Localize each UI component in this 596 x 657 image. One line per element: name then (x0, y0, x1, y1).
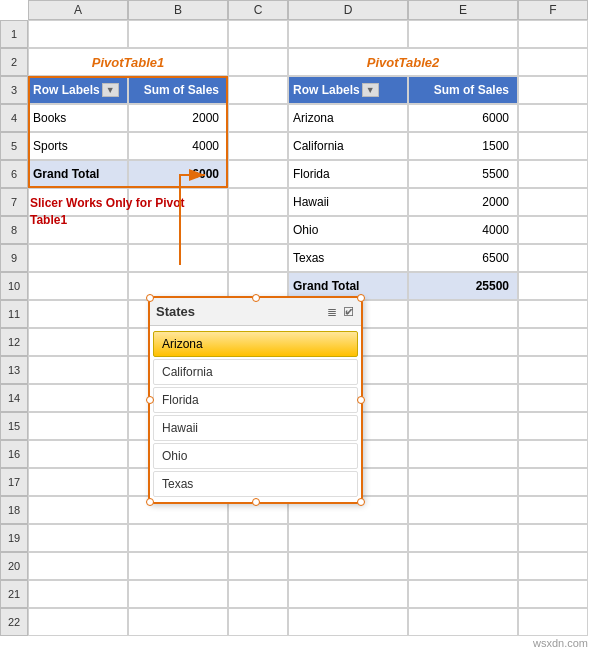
row-num-5: 5 (0, 132, 28, 160)
watermark: wsxdn.com (533, 637, 588, 649)
row-num-14: 14 (0, 384, 28, 412)
slicer-clear-filter-icon[interactable]: 🗹 (343, 305, 355, 319)
pivot1-col1-header[interactable]: Row Labels ▼ (28, 76, 128, 104)
row-num-7: 7 (0, 188, 28, 216)
pivot2-dropdown-arrow[interactable]: ▼ (362, 83, 379, 97)
slicer-item-hawaii[interactable]: Hawaii (153, 415, 358, 441)
slicer-items: Arizona California Florida Hawaii Ohio T… (150, 326, 361, 502)
cell-f7 (518, 188, 588, 216)
pivot2-row5-label: Ohio (288, 216, 408, 244)
grid-row-20 (28, 552, 588, 580)
cell-c4 (228, 104, 288, 132)
pivot1-row2-label: Sports (28, 132, 128, 160)
resize-handle-bot-right[interactable] (357, 498, 365, 506)
pivot1-total-label: Grand Total (28, 160, 128, 188)
cell-f6 (518, 160, 588, 188)
row-num-13: 13 (0, 356, 28, 384)
resize-handle-bot-mid[interactable] (252, 498, 260, 506)
row-num-1: 1 (0, 20, 28, 48)
cell-f3 (518, 76, 588, 104)
grid-row-4: Books 2000 Arizona 6000 (28, 104, 588, 132)
pivot2-row2-value: 1500 (408, 132, 518, 160)
row-num-15: 15 (0, 412, 28, 440)
resize-handle-mid-left[interactable] (146, 396, 154, 404)
row-num-17: 17 (0, 468, 28, 496)
row-num-21: 21 (0, 580, 28, 608)
pivot2-row6-value: 6500 (408, 244, 518, 272)
slicer-note: Slicer Works Only for Pivot Table1 (30, 195, 190, 229)
col-header-c: C (228, 0, 288, 20)
resize-handle-top-right[interactable] (357, 294, 365, 302)
pivot2-total-value: 25500 (408, 272, 518, 300)
grid-row-22 (28, 608, 588, 636)
cell-f5 (518, 132, 588, 160)
pivot2-row2-label: California (288, 132, 408, 160)
cell-a1 (28, 20, 128, 48)
pivot1-total-value: 6000 (128, 160, 228, 188)
row-num-12: 12 (0, 328, 28, 356)
slicer-widget[interactable]: States ≣ 🗹 Arizona California Florida Ha… (148, 296, 363, 504)
cell-d1 (288, 20, 408, 48)
row-num-11: 11 (0, 300, 28, 328)
grid-row-6: Grand Total 6000 Florida 5500 (28, 160, 588, 188)
cell-c8 (228, 216, 288, 244)
pivot2-row3-value: 5500 (408, 160, 518, 188)
cell-c6 (228, 160, 288, 188)
pivot2-row3-label: Florida (288, 160, 408, 188)
grid-row-19 (28, 524, 588, 552)
col-header-b: B (128, 0, 228, 20)
row-num-4: 4 (0, 104, 28, 132)
cell-a9 (28, 244, 128, 272)
resize-handle-mid-right[interactable] (357, 396, 365, 404)
row-num-6: 6 (0, 160, 28, 188)
resize-handle-top-mid[interactable] (252, 294, 260, 302)
col-header-f: F (518, 0, 588, 20)
pivot1-dropdown-arrow[interactable]: ▼ (102, 83, 119, 97)
row-numbers: 1 2 3 4 5 6 7 8 9 10 11 12 13 14 15 16 1… (0, 20, 28, 636)
cell-c7 (228, 188, 288, 216)
slicer-item-florida[interactable]: Florida (153, 387, 358, 413)
cell-e1 (408, 20, 518, 48)
cell-f4 (518, 104, 588, 132)
row-num-22: 22 (0, 608, 28, 636)
pivot2-col1-header[interactable]: Row Labels ▼ (288, 76, 408, 104)
cell-f2 (518, 48, 588, 76)
pivot1-row1-value: 2000 (128, 104, 228, 132)
slicer-multiselect-icon[interactable]: ≣ (327, 305, 337, 319)
cell-c9 (228, 244, 288, 272)
pivot2-row1-value: 6000 (408, 104, 518, 132)
slicer-item-texas[interactable]: Texas (153, 471, 358, 497)
slicer-item-ohio[interactable]: Ohio (153, 443, 358, 469)
row-num-9: 9 (0, 244, 28, 272)
col-header-a: A (28, 0, 128, 20)
pivot2-row4-value: 2000 (408, 188, 518, 216)
grid-row-1 (28, 20, 588, 48)
cell-f9 (518, 244, 588, 272)
resize-handle-top-left[interactable] (146, 294, 154, 302)
cell-f8 (518, 216, 588, 244)
row-num-20: 20 (0, 552, 28, 580)
pivot1-row1-label: Books (28, 104, 128, 132)
grid-row-3: Row Labels ▼ Sum of Sales Row Labels ▼ S… (28, 76, 588, 104)
slicer-title: States (156, 304, 195, 319)
column-headers: A B C D E F (28, 0, 588, 20)
cell-b9 (128, 244, 228, 272)
slicer-item-california[interactable]: California (153, 359, 358, 385)
pivot1-col2-header: Sum of Sales (128, 76, 228, 104)
pivot1-row2-value: 4000 (128, 132, 228, 160)
row-num-19: 19 (0, 524, 28, 552)
cell-c2 (228, 48, 288, 76)
pivot1-title: PivotTable1 (28, 48, 228, 76)
cell-f1 (518, 20, 588, 48)
grid-row-9: Texas 6500 (28, 244, 588, 272)
resize-handle-bot-left[interactable] (146, 498, 154, 506)
slicer-header: States ≣ 🗹 (150, 298, 361, 326)
slicer-item-arizona[interactable]: Arizona (153, 331, 358, 357)
pivot2-row4-label: Hawaii (288, 188, 408, 216)
slicer-icons: ≣ 🗹 (327, 305, 355, 319)
row-num-2: 2 (0, 48, 28, 76)
pivot2-title: PivotTable2 (288, 48, 518, 76)
cell-f10 (518, 272, 588, 300)
col-header-e: E (408, 0, 518, 20)
pivot2-row5-value: 4000 (408, 216, 518, 244)
